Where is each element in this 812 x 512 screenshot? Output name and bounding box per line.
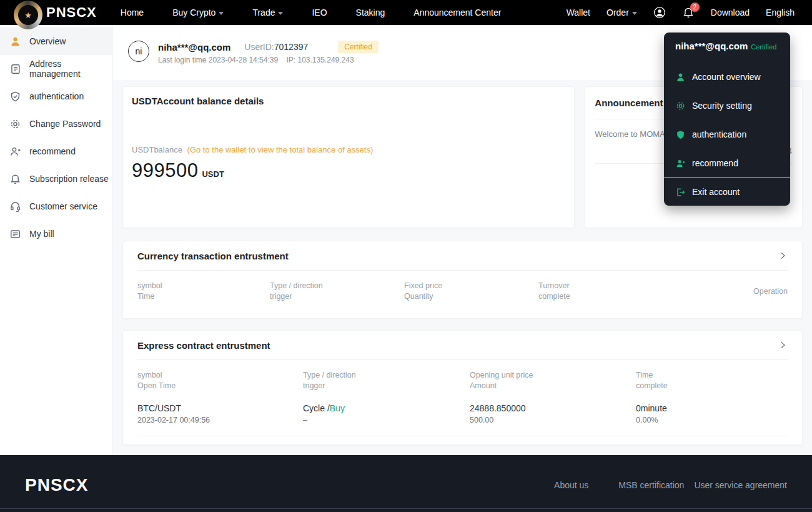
operation-column-header: Operation [744,286,788,297]
footer-brand: PNSCX [25,475,88,495]
balance-card: USDTAccount balance details USDTbalance … [122,86,575,228]
express-entrustment-card: Express contract entrustment symbolOpen … [122,330,803,445]
top-navbar: ★ PNSCX Home Buy Crypto Trade IEO Stakin… [0,0,812,25]
sidebar-item-label: Change Password [29,119,101,129]
app-root: ★ PNSCX Home Buy Crypto Trade IEO Stakin… [0,0,812,512]
account-dropdown-menu: niha***@qq.com Certified Account overvie… [664,33,790,206]
menu-item-exit-account[interactable]: Exit account [675,186,779,198]
row-symbol: BTC/USDT [137,403,303,414]
nav-item-download[interactable]: Download [711,8,750,18]
caret-down-icon [632,12,637,15]
footer-link-msb-certification[interactable]: MSB certification [618,480,684,490]
currency-table-header: symbolTime Type / directiontrigger Fixed… [137,281,788,311]
login-meta: Last login time 2023-04-28 14:54:39 IP: … [158,56,360,64]
nav-item-language[interactable]: English [766,8,795,18]
bell-icon [9,173,21,185]
menu-item-recommend[interactable]: recommend [675,157,779,169]
sidebar-item-label: My bill [29,229,54,239]
address-list-icon [9,63,21,75]
sidebar: Overview Address management authenticati… [0,25,112,455]
balance-card-title: USDTAccount balance details [132,96,565,106]
user-id: UserID:7012397 [244,42,308,52]
menu-item-account-overview[interactable]: Account overview [675,71,779,83]
person-plus-icon [675,158,686,169]
person-icon [675,72,686,83]
gear-icon [9,118,21,130]
row-complete: 0.00% [636,414,788,426]
chevron-right-icon[interactable] [778,340,788,350]
brand-name: PNSCX [46,4,97,21]
balance-label: USDTbalance [132,145,182,154]
caret-down-icon [278,12,283,15]
sidebar-item-customer-service[interactable]: Customer service [0,193,112,220]
sidebar-item-address-management[interactable]: Address management [0,55,112,83]
login-ip: IP: 103.135.249.243 [286,56,354,64]
logout-icon [675,187,686,198]
sidebar-item-my-bill[interactable]: My bill [0,220,112,248]
brand-logo[interactable]: ★ PNSCX [14,0,97,29]
notification-bell-icon[interactable]: 2 [682,6,695,19]
row-open-time: 2023-02-17 00:49:56 [137,414,303,426]
table-row: BTC/USDT 2023-02-17 00:49:56 Cycle /Buy … [137,403,788,436]
nav-item-staking[interactable]: Staking [356,8,385,18]
nav-item-order[interactable]: Order [607,8,637,18]
footer: PNSCX About us MSB certification User se… [0,455,812,512]
headset-icon [9,201,21,213]
express-card-title: Express contract entrustment [137,340,270,351]
sidebar-item-label: Subscription release [29,174,109,184]
last-login-time: Last login time 2023-04-28 14:54:39 [158,56,278,64]
menu-divider [664,178,790,178]
sidebar-item-recommend[interactable]: recommend [0,138,112,165]
balance-currency: USDT [202,169,224,179]
sidebar-item-label: authentication [29,91,84,101]
certified-badge: Certified [338,41,379,53]
shield-check-icon [9,91,21,103]
currency-entrustment-card: Currency transaction entrustment symbolT… [122,241,803,319]
row-open-price: 24888.850000 [470,403,636,414]
sidebar-item-label: Overview [29,36,66,46]
balance-amount: 999500 [132,159,198,182]
nav-item-announcement-center[interactable]: Announcement Center [413,8,501,18]
user-email: niha***@qq.com [158,42,230,53]
nav-item-buy-crypto[interactable]: Buy Crypto [172,8,224,18]
menu-certified-label: Certified [751,43,776,51]
sidebar-item-label: Customer service [29,201,97,211]
sidebar-item-label: recommend [29,146,76,156]
nav-item-home[interactable]: Home [121,8,144,18]
chevron-right-icon[interactable] [778,251,788,261]
sidebar-item-label: Address management [29,59,112,79]
footer-link-about-us[interactable]: About us [554,480,588,490]
row-trigger: – [303,414,470,426]
avatar: ni [128,41,149,62]
nav-item-ieo[interactable]: IEO [312,8,327,18]
shield-icon [675,129,686,140]
person-plus-icon [9,146,21,158]
row-type-direction: Cycle /Buy [303,403,470,414]
footer-divider [0,508,812,509]
express-table-header: symbolOpen Time Type / directiontrigger … [137,370,788,391]
user-avatar-icon[interactable] [653,6,666,19]
notification-badge: 2 [690,3,700,12]
nav-item-wallet[interactable]: Wallet [567,8,590,18]
sidebar-item-overview[interactable]: Overview [0,28,112,55]
bill-icon [9,228,21,240]
gear-icon [675,101,686,111]
sidebar-item-subscription-release[interactable]: Subscription release [0,165,112,193]
currency-card-title: Currency transaction entrustment [137,251,289,261]
footer-link-user-service-agreement[interactable]: User service agreement [694,480,787,490]
sidebar-item-authentication[interactable]: authentication [0,83,112,110]
nav-right: Wallet Order 2 Download English [567,6,795,19]
wallet-hint-link[interactable]: (Go to the wallet to view the total bala… [187,145,374,154]
menu-item-security-setting[interactable]: Security setting [675,99,779,112]
person-icon [9,36,21,48]
row-amount: 500.00 [470,414,636,426]
row-time: 0minute [636,403,788,414]
nav-item-trade[interactable]: Trade [252,8,283,18]
menu-user-email: niha***@qq.com [675,41,748,51]
nav-items: Home Buy Crypto Trade IEO Staking Announ… [121,8,502,18]
caret-down-icon [219,12,224,15]
brand-emblem-icon: ★ [14,1,42,29]
sidebar-item-change-password[interactable]: Change Password [0,110,112,138]
menu-item-authentication[interactable]: authentication [675,128,779,141]
